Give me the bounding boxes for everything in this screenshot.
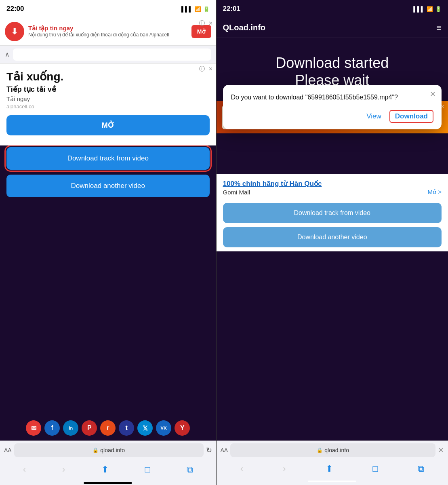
pinterest-social-icon[interactable]: P: [82, 420, 97, 436]
dialog-buttons: View Download: [231, 110, 433, 123]
aa-label-right[interactable]: AA: [221, 447, 228, 453]
twitter-social-icon[interactable]: 𝕏: [137, 420, 153, 436]
left-panel: 22:00 ▌▌▌ 📶 🔋 ⬇ Tải tập tin ngay Nội dun…: [0, 0, 216, 485]
ad-link: Tải ngay: [6, 95, 210, 103]
aa-label-left[interactable]: AA: [4, 447, 12, 453]
share-button-right[interactable]: ⬆: [323, 461, 335, 477]
facebook-social-icon[interactable]: f: [44, 420, 60, 436]
ad-subheading: Tiếp tục tải về: [6, 85, 210, 94]
url-row-left: AA 🔒 qload.info ↻: [0, 441, 216, 460]
bookmarks-button-right[interactable]: □: [370, 461, 380, 477]
download-another-button-left[interactable]: Download another video: [6, 175, 210, 197]
ad-desc: Nội dung thú vị để tải xuống điện thoại …: [28, 32, 187, 38]
download-track-button-left[interactable]: Download track from video: [6, 147, 210, 170]
url-box-left[interactable]: 🔒 qload.info: [14, 443, 204, 457]
ad-text-block: Tải tập tin ngay Nội dung thú vị để tải …: [28, 25, 187, 38]
promo-section: 100% chính hãng từ Hàn Quốc Gomi Mall Mở…: [217, 174, 448, 199]
home-indicator-left: [84, 482, 132, 484]
browser-url-area: [13, 48, 211, 61]
url-text-left: qload.info: [100, 447, 125, 453]
right-download-buttons: Download track from video Download anoth…: [217, 199, 448, 251]
ad-close-icon[interactable]: ✕: [208, 20, 213, 26]
promo-link[interactable]: 100% chính hãng từ Hàn Quốc: [223, 179, 442, 188]
promo-open-link[interactable]: Mở >: [428, 188, 442, 196]
promo-source: Gomi Mall: [223, 189, 250, 196]
dialog-text: Do you want to download "6599186051f55b5…: [231, 93, 433, 102]
wifi-icon-left: 📶: [195, 6, 201, 12]
time-left: 22:00: [6, 5, 24, 13]
ad-title: Tải tập tin ngay: [28, 25, 187, 32]
site-logo: QLoad.info: [223, 23, 266, 32]
dialog-question: Do you want to download: [231, 94, 304, 101]
ad-heading: Tải xuống.: [6, 70, 210, 83]
reload-icon-left[interactable]: ↻: [206, 446, 212, 455]
download-started-title: Download started: [225, 54, 440, 72]
download-track-button-right[interactable]: Download track from video: [223, 203, 442, 223]
vk-social-icon[interactable]: VK: [156, 420, 171, 436]
lock-icon-left: 🔒: [93, 447, 99, 453]
battery-icon-right: 🔋: [435, 6, 442, 12]
left-download-buttons-area: Download track from video Download anoth…: [0, 147, 216, 197]
status-bar-right: 22:01 ▌▌▌ 📶 🔋: [217, 0, 448, 18]
ad-icon: ⬇: [5, 22, 24, 41]
bookmarks-button-left[interactable]: □: [143, 462, 153, 477]
ad-banner-second: i ✕ Tải xuống. Tiếp tục tải về Tải ngay …: [0, 63, 216, 146]
battery-icon-left: 🔋: [203, 6, 210, 12]
nav-bar-right: ‹ › ⬆ □ ⧉: [217, 460, 448, 478]
dialog-view-button[interactable]: View: [366, 110, 381, 123]
back-button-left[interactable]: ‹: [21, 462, 28, 477]
yum-social-icon[interactable]: Y: [175, 420, 190, 436]
download-dialog: ✕ Do you want to download "6599186051f55…: [223, 85, 442, 129]
dialog-close-icon[interactable]: ✕: [430, 90, 436, 99]
nav-bar-left: ‹ › ⬆ □ ⧉: [0, 460, 216, 480]
linkedin-social-icon[interactable]: in: [63, 420, 78, 436]
share-button-left[interactable]: ⬆: [99, 462, 111, 477]
download-another-button-right[interactable]: Download another video: [223, 227, 442, 247]
ad-info-icon: i: [199, 20, 205, 26]
hamburger-menu-icon[interactable]: ≡: [436, 23, 442, 33]
tabs-button-left[interactable]: ⧉: [184, 462, 196, 477]
dialog-filename: "6599186051f55b5e1559.mp4"?: [305, 94, 398, 101]
forward-button-right[interactable]: ›: [280, 461, 288, 477]
ad-domain: alphacell.co: [6, 103, 210, 110]
download-icon: ⬇: [11, 26, 18, 37]
status-icons-right: ▌▌▌ 📶 🔋: [413, 6, 442, 12]
time-right: 22:01: [223, 5, 240, 13]
promo-row: Gomi Mall Mở >: [223, 188, 442, 196]
right-header-bar: QLoad.info ≡: [217, 18, 448, 38]
signal-icon-left: ▌▌▌: [181, 6, 193, 12]
status-icons-left: ▌▌▌ 📶 🔋: [181, 6, 210, 12]
bottom-chrome-right: AA 🔒 qload.info ✕ ‹ › ⬆ □ ⧉: [217, 441, 448, 485]
back-button-right[interactable]: ‹: [238, 461, 246, 477]
url-row-right: AA 🔒 qload.info ✕: [217, 441, 448, 460]
tabs-button-right[interactable]: ⧉: [415, 461, 427, 477]
ad-open-button[interactable]: Mở: [191, 25, 211, 38]
ad-close-icon-second[interactable]: ✕: [208, 66, 213, 72]
social-bar: ✉ f in P r t 𝕏 VK Y: [0, 415, 216, 441]
ad-info-icon-second: i: [199, 66, 205, 72]
right-panel: 22:01 ▌▌▌ 📶 🔋 QLoad.info ≡ Download star…: [217, 0, 448, 485]
url-text-right: qload.info: [324, 447, 349, 453]
home-indicator-right: [308, 481, 356, 482]
wifi-icon-right: 📶: [427, 6, 433, 12]
browser-bar-left: ∧: [0, 46, 216, 63]
mo-button[interactable]: MỞ: [6, 115, 210, 135]
right-content-area: 100% chính hãng từ Hàn Quốc Gomi Mall Mở…: [217, 174, 448, 441]
url-box-right[interactable]: 🔒 qload.info: [230, 443, 435, 457]
bottom-chrome-left: AA 🔒 qload.info ↻ ‹ › ⬆ □ ⧉: [0, 441, 216, 485]
reddit-social-icon[interactable]: r: [100, 420, 116, 436]
lock-icon-right: 🔒: [317, 447, 323, 453]
tumblr-social-icon[interactable]: t: [119, 420, 134, 436]
ad-banner-top: ⬇ Tải tập tin ngay Nội dung thú vị để tả…: [0, 18, 216, 46]
forward-button-left[interactable]: ›: [60, 462, 67, 477]
chevron-down-icon[interactable]: ∧: [5, 51, 10, 58]
dialog-download-button[interactable]: Download: [389, 110, 433, 123]
signal-icon-right: ▌▌▌: [413, 6, 425, 12]
status-bar-left: 22:00 ▌▌▌ 📶 🔋: [0, 0, 216, 18]
email-social-icon[interactable]: ✉: [26, 420, 41, 436]
close-tab-button[interactable]: ✕: [438, 446, 444, 455]
